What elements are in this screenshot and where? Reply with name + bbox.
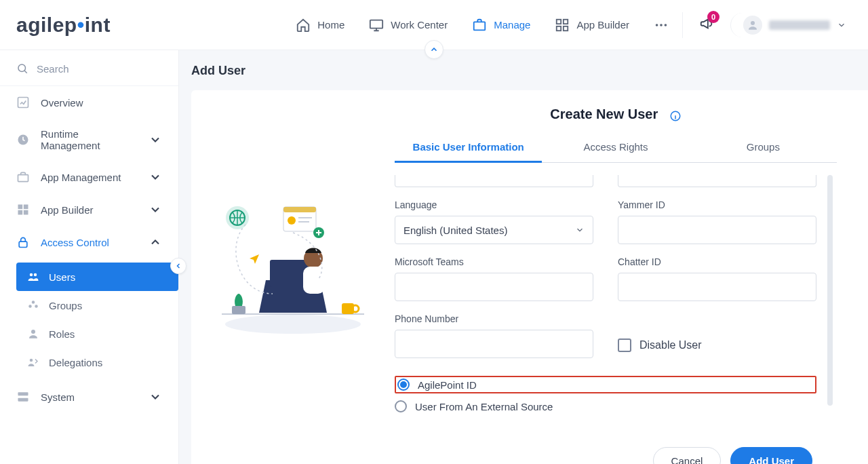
nav-workcenter[interactable]: Work Center [369, 18, 448, 33]
highlight-agilepoint-id: AgilePoint ID [395, 376, 816, 393]
svg-point-21 [32, 301, 35, 304]
svg-point-9 [751, 21, 755, 25]
collapse-sidebar-button[interactable] [170, 258, 186, 274]
svg-point-34 [352, 305, 359, 312]
svg-point-6 [656, 24, 658, 26]
sidebar-search[interactable]: Search [0, 50, 178, 86]
svg-point-19 [30, 273, 33, 277]
sidebar-item-label: Runtime Management [41, 128, 138, 151]
sidebar-sub-groups[interactable]: Groups [16, 291, 178, 320]
sidebar-sub-roles[interactable]: Roles [16, 320, 178, 348]
sidebar-item-system[interactable]: System [0, 381, 178, 413]
svg-rect-17 [24, 210, 28, 215]
svg-rect-18 [19, 241, 27, 247]
chevron-down-icon [149, 203, 162, 216]
role-icon [27, 328, 39, 340]
select-language-value: English (United States) [403, 225, 507, 236]
top-bar: agilep•int Home Work Center Manage App B… [0, 0, 868, 50]
content-card: Create New User Basic User Information A… [191, 90, 868, 464]
top-actions: 0 [682, 12, 852, 38]
svg-rect-4 [557, 26, 561, 30]
delegation-icon [27, 356, 39, 368]
sidebar-item-overview[interactable]: Overview [0, 86, 178, 119]
svg-rect-39 [283, 207, 316, 212]
user-menu[interactable] [730, 13, 852, 37]
svg-point-22 [28, 305, 32, 308]
input-phone[interactable] [395, 330, 593, 358]
radio-agilepoint-label: AgilePoint ID [418, 379, 477, 391]
input-msteams[interactable] [395, 273, 593, 301]
sidebar-item-runtime[interactable]: Runtime Management [0, 119, 178, 161]
nav-appbuilder[interactable]: App Builder [555, 18, 629, 33]
radio-empty-icon [395, 400, 407, 412]
avatar-icon [743, 16, 762, 35]
radio-external[interactable]: User From An External Source [395, 400, 816, 412]
add-user-button[interactable]: Add User [730, 447, 812, 464]
form-tabs: Basic User Information Access Rights Gro… [395, 134, 837, 163]
field-msteams: Microsoft Teams [395, 256, 593, 301]
radio-agilepoint[interactable]: AgilePoint ID [397, 379, 477, 391]
input-chatter[interactable] [618, 273, 816, 301]
svg-point-40 [288, 216, 296, 225]
cutoff-input-right[interactable] [618, 175, 816, 187]
sidebar-item-appmgmt[interactable]: App Management [0, 161, 178, 193]
field-language: Language English (United States) [395, 199, 593, 244]
briefcase-icon [472, 18, 487, 33]
tab-groups[interactable]: Groups [690, 134, 837, 162]
brand-logo: agilep•int [16, 14, 111, 37]
group-icon [27, 299, 39, 311]
radio-external-label: User From An External Source [415, 401, 553, 412]
svg-rect-14 [18, 205, 23, 210]
chevron-down-icon [149, 170, 162, 184]
scrollbar[interactable] [827, 175, 833, 406]
input-yammer[interactable] [618, 216, 816, 244]
sidebar-sub-users[interactable]: Users [16, 263, 178, 291]
nav-home[interactable]: Home [296, 18, 344, 33]
sidebar-item-access[interactable]: Access Control [0, 226, 178, 258]
svg-rect-3 [564, 19, 568, 23]
toolbox-icon [16, 170, 30, 184]
svg-point-24 [31, 330, 35, 334]
nav-home-label: Home [317, 19, 344, 31]
svg-rect-35 [232, 306, 245, 314]
label-yammer: Yammer ID [618, 199, 816, 210]
select-language[interactable]: English (United States) [395, 216, 593, 244]
sidebar: Search Overview Runtime Management App M… [0, 50, 179, 464]
tab-rights[interactable]: Access Rights [542, 134, 689, 162]
chevron-down-icon [149, 390, 162, 404]
form-heading: Create New User [550, 107, 658, 122]
sidebar-item-label: Groups [49, 300, 82, 311]
main-area: Add User [179, 50, 868, 464]
field-yammer: Yammer ID [618, 199, 816, 244]
sidebar-item-label: Overview [41, 97, 83, 109]
form-panel: Create New User Basic User Information A… [395, 90, 868, 464]
info-icon[interactable] [669, 110, 682, 122]
label-chatter: Chatter ID [618, 256, 816, 267]
sidebar-item-label: System [41, 391, 75, 403]
tab-basic[interactable]: Basic User Information [395, 134, 542, 163]
checkbox-disable[interactable] [618, 339, 631, 352]
field-phone: Phone Number [395, 313, 593, 358]
sidebar-item-appbuilder[interactable]: App Builder [0, 193, 178, 226]
brand-suffix: int [85, 14, 111, 36]
cutoff-input-left[interactable] [395, 175, 593, 187]
label-language: Language [395, 199, 593, 210]
sidebar-sub-delegations[interactable]: Delegations [16, 348, 178, 376]
svg-point-7 [660, 24, 663, 26]
cancel-button[interactable]: Cancel [653, 447, 722, 464]
form-footer: Cancel Add User [395, 435, 837, 464]
radio-dot-icon [397, 379, 410, 391]
sidebar-item-label: App Builder [41, 204, 94, 216]
nav-manage-label: Manage [494, 19, 530, 31]
chevron-down-icon [149, 133, 162, 147]
collapse-topbar-button[interactable] [425, 40, 443, 59]
brand-dot: • [77, 14, 85, 36]
sidebar-item-label: App Management [41, 172, 121, 183]
form-scroll-area: Language English (United States) Yammer … [395, 175, 837, 435]
sidebar-item-label: Roles [49, 328, 75, 340]
nav-manage[interactable]: Manage [472, 18, 530, 33]
notifications-button[interactable]: 0 [695, 12, 718, 38]
illustration [191, 90, 395, 464]
sidebar-item-label: Delegations [49, 357, 102, 368]
nav-more[interactable] [654, 18, 669, 33]
